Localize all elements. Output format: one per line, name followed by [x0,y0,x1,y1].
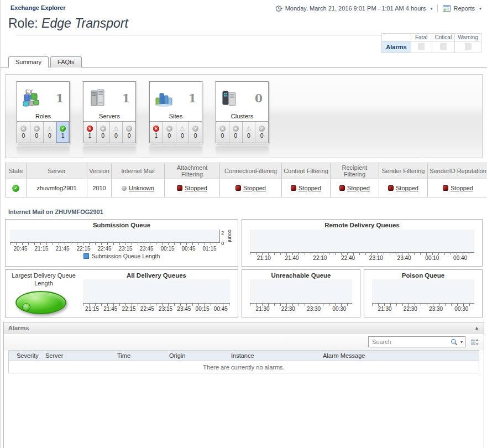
status-cell-critical[interactable]: 0 [229,122,243,143]
col-time[interactable]: Time [113,352,165,359]
col-severity[interactable]: Severity [9,352,41,359]
time-range-icon [275,5,282,12]
chart-title: All Delivery Queues [80,272,233,279]
tab-summary[interactable]: Summary [8,56,49,67]
legend-label: Submission Queue Length [92,253,160,259]
chart-title: Submission Queue [10,222,233,228]
warning-icon [113,126,119,132]
divider [437,4,438,12]
status-cell-normal[interactable]: 0 [123,122,135,143]
status-cell-normal[interactable]: 0 [255,122,268,143]
servers-icon [87,88,108,109]
recipient-filtering-link[interactable]: Stopped [347,185,370,191]
status-cell-normal[interactable]: 0 [189,122,202,143]
tile-sites[interactable]: 1 Sites 1 0 0 0 [149,81,202,143]
status-cell-normal[interactable]: 1 [56,122,69,143]
tile-label: Roles [17,113,69,122]
reports-label: Reports [453,5,475,12]
plot-area [83,279,230,304]
collapse-icon[interactable]: ▲ [474,325,479,331]
tile-reflection [149,146,202,157]
alarm-summary-col-fatal: Fatal [411,34,432,41]
critical-icon [166,126,172,132]
charts-row-1: Submission Queue 20:4521:1521:4522:1522:… [5,219,483,267]
alarm-summary-row-label: Alarms [382,41,411,53]
tile-wrap-servers: 1 Servers 1 0 0 0 [83,81,136,158]
alarms-panel-header: Alarms ▲ [4,322,484,334]
x-axis-labels: 21:3022:3023:3000:30 [250,306,352,312]
alarm-count-warning[interactable] [455,41,481,53]
time-range-selector[interactable]: Monday, March 21, 2016 9:01 PM - 1:01 AM… [275,5,433,12]
search-button[interactable]: ▾ [451,338,463,346]
delivery-queues-panel: Largest Delivery Queue Length All Delive… [5,269,238,317]
critical-icon [100,126,106,132]
tile-count: 1 [108,92,132,105]
col-server[interactable]: Server [41,352,113,359]
col-origin[interactable]: Origin [165,352,227,359]
warning-icon [180,126,185,132]
col-connection-filtering: ConnectionFiltering [220,163,282,179]
alarms-toolbar: ▾ [4,334,484,350]
internet-mail-link[interactable]: Unknown [129,185,154,191]
empty-count-box [465,43,472,50]
status-cell-fatal[interactable]: 1 [150,122,163,143]
status-cell-warning[interactable]: 0 [176,122,190,143]
attachment-filtering-link[interactable]: Stopped [185,185,207,191]
plot-area [10,230,220,243]
status-cell-critical[interactable]: 0 [97,122,110,143]
status-cell-warning[interactable]: 0 [44,122,57,143]
alarm-summary-col-warning: Warning [455,34,481,41]
warning-icon [246,126,252,132]
status-cell-warning[interactable]: 0 [110,122,123,143]
col-server: Server [27,163,87,179]
breadcrumb[interactable]: Exchange Explorer [11,4,66,11]
senderid-reputation-link[interactable]: Stopped [451,185,473,191]
alarm-count-fatal[interactable] [411,41,432,53]
col-alarm-message[interactable]: Alarm Message [318,352,479,359]
tab-faqts[interactable]: FAQts [50,56,82,67]
reports-menu[interactable]: Reports ▾ [443,5,481,12]
status-cell-critical[interactable]: 0 [30,122,44,143]
sender-filtering-link[interactable]: Stopped [396,185,418,191]
chevron-down-icon: ▾ [430,6,432,11]
col-internet-mail: Internet Mail [112,163,165,179]
content-filtering-link[interactable]: Stopped [299,185,321,191]
table-header-row: State Server Version Internet Mail Attac… [6,163,487,179]
connection-filtering-link[interactable]: Stopped [243,185,266,191]
exchange-cubes-icon: EX [20,88,41,109]
reports-icon [443,5,451,12]
status-cell-critical[interactable]: 0 [163,122,176,143]
tab-bar: Summary FAQts [1,56,487,67]
y-axis: 20 [220,230,227,246]
tile-clusters[interactable]: 0 Clusters 0 0 0 0 [216,81,269,143]
top-bar: Exchange Explorer Monday, March 21, 2016… [1,0,487,12]
section-title: Internet Mail on ZHUVMFOG2901 [8,209,487,215]
tile-servers[interactable]: 1 Servers 1 0 0 0 [83,81,136,143]
customize-table-button[interactable] [470,338,479,346]
alarms-table-header: Severity Server Time Origin Instance Ala… [9,351,479,361]
y-axis-label: count [227,230,233,248]
status-cell-warning[interactable]: 0 [243,122,256,143]
x-axis-labels: 21:3022:3023:3000:30 [372,306,474,312]
status-cell-fatal[interactable]: 0 [17,122,30,143]
plot-area [250,279,352,304]
fatal-icon [20,126,27,132]
status-cell-fatal[interactable]: 0 [216,122,229,143]
alarms-panel-title: Alarms [8,325,29,331]
plot-area [372,279,474,304]
status-cell-fatal[interactable]: 1 [83,122,97,143]
alarm-count-critical[interactable] [432,41,455,53]
state-cell [6,179,27,197]
fatal-icon [153,126,159,132]
chart-legend: Submission Queue Length [10,253,233,259]
col-content-filtering: Content Filtering [282,163,331,179]
tile-roles[interactable]: EX 1 Roles 0 0 0 1 [17,81,70,143]
tile-wrap-clusters: 0 Clusters 0 0 0 0 [216,81,269,158]
search-input[interactable] [371,338,451,346]
content-filtering-cell: Stopped [282,179,331,197]
chevron-down-icon: ▾ [460,340,463,345]
col-instance[interactable]: Instance [227,352,318,359]
chart-title: Unreachable Queue [247,272,355,279]
x-axis-labels: 21:1021:4022:1022:4023:1023:4000:1000:40 [250,255,474,261]
unreachable-queue-chart: Unreachable Queue 21:3022:3023:3000:30 [242,269,360,317]
